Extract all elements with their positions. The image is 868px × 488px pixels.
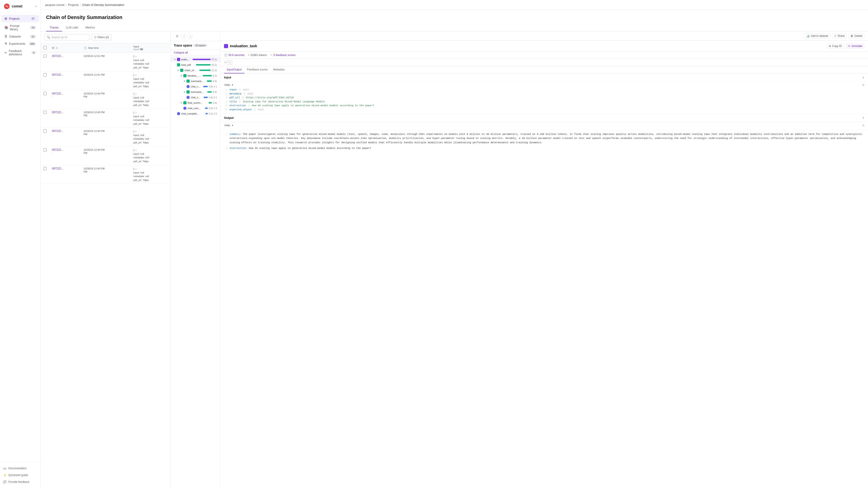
sidebar-item-label-feedback-definitions: Feedback definitions [9, 49, 30, 56]
detail-tab-metadata[interactable]: Metadata [270, 66, 287, 73]
span-type-icon-10 [177, 112, 180, 115]
row-checkbox-6[interactable] [43, 148, 46, 151]
share-button[interactable]: ↗ Share [832, 33, 847, 39]
quickstart-icon: ⚡ [3, 474, 6, 477]
breadcrumb-sep-2: › [80, 3, 81, 6]
row-checkbox-3[interactable] [43, 92, 46, 95]
page-title: Chain of Density Summarization [46, 14, 863, 20]
output-instruction-text: How do scaling laws apply to generative … [249, 147, 371, 150]
search-placeholder: Search by ID [52, 36, 67, 39]
span-row-chat-completi[interactable]: chat_completi... 2.2s # 5 [170, 111, 220, 116]
delete-button[interactable]: 🗑 Delete [848, 33, 864, 39]
hash-icon: # [248, 54, 250, 57]
nav-down-button[interactable]: ↓ [188, 34, 193, 39]
breadcrumb-item-2[interactable]: Projects [68, 3, 79, 6]
span-row-final-summ[interactable]: ▼ final_summ... 2.9s [170, 100, 220, 105]
select-all-checkbox[interactable] [43, 46, 46, 49]
tab-metrics[interactable]: Metrics [82, 24, 98, 31]
span-chevron-3[interactable]: ▼ [180, 74, 182, 77]
sidebar-item-datasets[interactable]: 🗄 Datasets 21 [1, 33, 39, 40]
tag-area: 🏷 + [220, 59, 868, 66]
span-chevron-6[interactable]: ▼ [183, 91, 186, 93]
span-type-icon-3 [183, 74, 186, 77]
table-row: 067222...- 10/30/24 12:40 PMPM { ←input:… [41, 109, 170, 128]
yaml-format-selector-output[interactable]: YAML ▼ [224, 124, 234, 127]
row-checkbox-5[interactable] [43, 129, 46, 133]
row-id-3[interactable]: 067222... [52, 92, 63, 95]
add-to-dataset-button[interactable]: 📊 Add to dataset [804, 33, 830, 39]
yaml-copy-input[interactable]: ⧉ [862, 84, 864, 87]
row-id-1[interactable]: 067222... [52, 55, 63, 58]
yaml-copy-output[interactable]: ⧉ [862, 124, 864, 127]
row-input-5: { ←input: nullmetadata: nullpdf_url: "ht… [133, 129, 168, 144]
sidebar-item-quickstart-guide[interactable]: ⚡ Quickstart guide [0, 472, 40, 479]
row-checkbox-1[interactable] [43, 55, 46, 58]
output-section-title: Output [224, 116, 234, 120]
detail-tab-input-output[interactable]: Input/Output [224, 66, 244, 73]
span-name-1: load_pdf [181, 64, 194, 66]
yaml-dropdown-icon-input: ▼ [231, 84, 234, 86]
span-row-summariz-1[interactable]: ▼ summariz... 4.9s [170, 78, 220, 84]
close-panel-button[interactable]: ✕ [174, 34, 180, 39]
span-name-2: chain_of_dens... [184, 69, 197, 72]
row-input-7: { ←input: nullmetadata: nullpdf_url: "ht… [133, 167, 168, 182]
span-chevron-8[interactable]: ▼ [180, 102, 182, 104]
detail-tab-feedback-scores[interactable]: Feedback scores [244, 66, 270, 73]
span-row-load-pdf[interactable]: load_pdf 16.2s [170, 62, 220, 68]
output-section-header[interactable]: Output ∧ [220, 114, 868, 122]
input-section-header[interactable]: Input ∧ [220, 73, 868, 82]
row-id-5[interactable]: 067222... [52, 129, 63, 133]
search-input[interactable]: 🔍 Search by ID [44, 34, 90, 40]
col-checkbox [41, 43, 49, 53]
span-chevron-2[interactable]: ▼ [177, 69, 179, 72]
collapse-all-button[interactable]: Collapse all [170, 50, 220, 56]
row-checkbox-2[interactable] [43, 73, 46, 76]
sidebar-item-projects[interactable]: ⊞ Projects 22 [1, 15, 39, 22]
span-row-chat-c-1[interactable]: chat_c... 4.9s # 1 [170, 84, 220, 89]
add-tag-button[interactable]: + [228, 60, 232, 65]
sidebar-toggle-icon[interactable]: ≡ [35, 4, 37, 8]
span-name-3: iterative_de... [188, 74, 201, 77]
sidebar-item-experiments[interactable]: ⚗ Experiments 289 [1, 40, 39, 47]
sidebar-item-label-provide-feedback: Provide feedback [8, 480, 29, 484]
sidebar-item-provide-feedback[interactable]: 💬 Provide feedback [0, 479, 40, 485]
spans-count-badge: 10 spans [193, 44, 207, 47]
sidebar-item-prompt-library[interactable]: 📚 Prompt library 19 [1, 22, 39, 33]
span-bar-6 [207, 91, 212, 93]
pencil-icon: ✏ [848, 44, 850, 48]
meta-feedback-link[interactable]: 5 feedback scores [274, 54, 296, 57]
row-checkbox-4[interactable] [43, 111, 46, 114]
yaml-format-selector-input[interactable]: YAML ▼ [224, 84, 234, 86]
copy-id-button[interactable]: ⧉ Copy ID [827, 43, 844, 49]
search-icon: 🔍 [47, 36, 50, 39]
span-row-summariz-2[interactable]: ▼ summariz... 4.4s [170, 89, 220, 95]
breadcrumb-item-1[interactable]: jacques-comet [45, 3, 64, 6]
row-id-4[interactable]: 067222... [52, 111, 63, 114]
row-checkbox-7[interactable] [43, 167, 46, 170]
span-row-chat-com[interactable]: chat_com... 2.9s # 4 [170, 105, 220, 111]
row-date-3: 10/30/24 12:40 PM [84, 92, 105, 95]
row-id-7[interactable]: 067222... [52, 167, 63, 170]
span-row-evaluation-task[interactable]: ▼ evaluation_task 30.6s [170, 57, 220, 62]
tab-llm-calls[interactable]: LLM calls [62, 24, 82, 31]
data-table: ID ⊕ 🕐 Start time Input count 98 [41, 43, 170, 184]
span-chevron-0[interactable]: ▼ [174, 58, 176, 61]
span-row-iterative-de[interactable]: ▼ iterative_de... 9.3s [170, 73, 220, 78]
book-icon: 📚 [4, 26, 8, 29]
filter-button[interactable]: ▽ Filters (0) [92, 34, 112, 40]
row-id-6[interactable]: 067222... [52, 148, 63, 151]
sidebar-item-documentation[interactable]: 📖 Documentation [0, 465, 40, 472]
row-id-2[interactable]: 067222... [52, 73, 63, 76]
tab-traces[interactable]: Traces [46, 24, 62, 31]
database-icon: 🗄 [4, 35, 7, 38]
nav-up-button[interactable]: ↑ [182, 34, 186, 39]
annotate-button[interactable]: ✏ Annotate [846, 43, 864, 49]
span-row-chain-of-dens[interactable]: ▼ chain_of_dens... 12.2s [170, 68, 220, 73]
meta-duration-link[interactable]: 30.6 seconds [228, 54, 244, 57]
span-row-chat-c-2[interactable]: chat_c... 4.4s # 1 [170, 95, 220, 100]
span-chevron-4[interactable]: ▼ [183, 80, 186, 83]
span-time-2: 12.2s [212, 69, 217, 72]
sidebar-item-feedback-definitions[interactable]: ✏ Feedback definitions 4 [1, 47, 39, 58]
span-type-icon-5 [186, 85, 190, 88]
col-input-count: 98 [140, 48, 143, 51]
